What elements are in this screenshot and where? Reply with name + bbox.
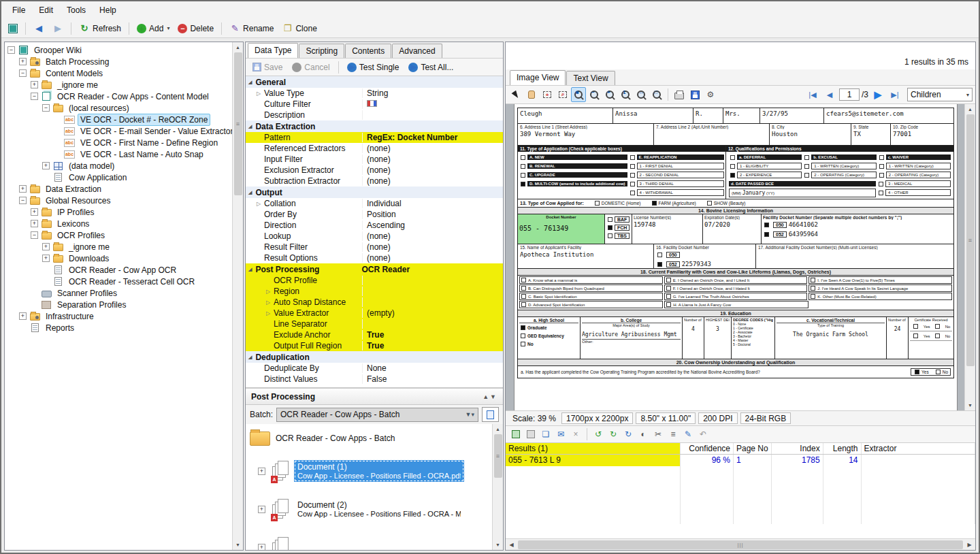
menu-tools[interactable]: Tools <box>60 3 93 18</box>
status-segment[interactable]: 8.50" x 11.00" <box>636 412 696 424</box>
scroll-right-icon[interactable]: ▶ <box>964 539 975 550</box>
form-option[interactable]: A. Know what a mammal is <box>519 276 663 284</box>
tree-item-ocr-profiles[interactable]: −OCR Profiles <box>5 229 232 241</box>
zoom-actual-button[interactable]: 1 <box>618 87 633 102</box>
form-option[interactable]: GED Equivalency <box>519 331 578 340</box>
property-value[interactable]: True <box>363 341 503 351</box>
results-header-length[interactable]: Length <box>823 443 862 454</box>
filter-icon[interactable]: ▼▾ <box>466 411 474 418</box>
checkbox[interactable] <box>608 233 612 238</box>
results-header-confidence[interactable]: Confidence <box>681 443 734 454</box>
certificate-received-row[interactable]: YesNo <box>910 331 952 341</box>
propgrid-section-data-extraction[interactable]: ◢Data Extraction <box>246 120 503 132</box>
annotate-button[interactable]: ✎ <box>681 427 695 441</box>
tree-item-cow-application[interactable]: Cow Application <box>5 172 232 183</box>
form-option[interactable]: J. I've Heard A Cow Speak In Its Secret … <box>808 284 952 292</box>
checkbox-checked[interactable] <box>608 225 612 230</box>
property-value[interactable]: True <box>363 330 503 340</box>
form-option[interactable]: 2 - OPERATING (Category) <box>811 172 876 178</box>
checkbox[interactable] <box>913 333 918 338</box>
checkbox-checked[interactable] <box>915 370 919 374</box>
propgrid-section-output[interactable]: ◢Output <box>246 186 503 198</box>
property-value[interactable]: (none) <box>363 231 503 241</box>
viewer-scrollbar[interactable]: ▲ ≡ ▼ <box>964 104 975 410</box>
checkbox[interactable] <box>666 286 671 291</box>
form-option[interactable]: No <box>519 340 578 348</box>
back-button[interactable]: ◀ <box>30 22 48 35</box>
checkbox[interactable] <box>879 164 884 169</box>
clone-button[interactable]: ❐Clone <box>278 22 320 35</box>
scroll-thumb[interactable]: ≡ <box>966 114 975 366</box>
tab-contents[interactable]: Contents <box>345 44 391 58</box>
checkbox[interactable] <box>935 324 940 329</box>
zoom-window-button[interactable]: ■ <box>571 87 586 102</box>
propgrid-row-referenced-extractors[interactable]: Referenced Extractors(none) <box>246 143 503 154</box>
checkbox-checked[interactable] <box>657 262 662 267</box>
send-button[interactable]: ✉ <box>554 427 568 441</box>
tree-item-ve-ocr-last-name-auto-snap[interactable]: VE OCR - Last Name - Auto Snap <box>5 148 232 160</box>
form-option[interactable]: 4 - WITHDRAWAL <box>637 189 724 196</box>
image-adjust-button[interactable] <box>509 427 523 441</box>
form-option[interactable]: C. Basic Spot Identification <box>519 293 663 300</box>
tree-item-ignore-me[interactable]: +_ignore me <box>5 241 232 252</box>
property-value[interactable]: Individual <box>363 199 503 208</box>
tree-item-reports[interactable]: Reports <box>5 322 232 333</box>
tree-expander-icon[interactable]: + <box>31 220 38 227</box>
checkbox[interactable] <box>936 370 941 374</box>
open-batch-button[interactable] <box>482 407 499 422</box>
scroll-down-icon[interactable]: ▼ <box>493 540 503 550</box>
form-option[interactable]: K. Other (Must Be Cow-Related) <box>808 293 952 300</box>
batch-scrollbar[interactable]: ▲ ≡ ▼ <box>492 424 503 550</box>
checkbox[interactable] <box>707 201 712 206</box>
scroll-up-icon[interactable]: ▲ <box>233 42 243 52</box>
property-value[interactable]: (none) <box>363 165 503 175</box>
tree-expander-icon[interactable]: − <box>19 197 27 204</box>
tree-item-separation-profiles[interactable]: Separation Profiles <box>5 299 232 310</box>
form-option[interactable]: SHOW (Beauty) <box>706 201 746 206</box>
batch-document-row[interactable]: +A <box>258 530 492 550</box>
scroll-up-icon[interactable]: ▲ <box>965 104 975 114</box>
tree-expander-icon[interactable]: + <box>42 162 50 169</box>
propgrid-row-culture-filter[interactable]: Culture Filter <box>246 99 503 110</box>
property-value[interactable]: (none) <box>363 242 503 252</box>
checkbox[interactable] <box>666 294 671 299</box>
checkbox[interactable] <box>730 155 735 160</box>
scroll-thumb[interactable]: ||| <box>518 540 963 549</box>
tree-item-ocr-reader-cow-apps-content-model[interactable]: −OCR Reader - Cow Apps - Content Model <box>5 91 232 102</box>
tree-item-ip-profiles[interactable]: +IP Profiles <box>5 206 232 218</box>
checkbox-checked[interactable] <box>764 232 769 237</box>
revert-button[interactable]: ↶ <box>696 427 710 441</box>
tree-item-data-extraction[interactable]: +Data Extraction <box>5 183 232 195</box>
crop-button[interactable]: ✂ <box>651 427 665 441</box>
section-collapse-icon[interactable]: ◢ <box>248 190 252 195</box>
certificate-received-row[interactable]: YesNo <box>910 322 952 331</box>
checkbox[interactable] <box>730 164 735 169</box>
form-option[interactable]: 1 - WRITTEN (Category) <box>811 163 876 169</box>
page-number-input[interactable]: 1 <box>839 88 860 101</box>
form-option[interactable]: E. I Owned an Ostrich Once, and I Liked … <box>664 276 808 284</box>
image-settings-button[interactable]: ⚙ <box>703 87 718 102</box>
checkbox[interactable] <box>521 333 525 338</box>
post-processing-panel-header[interactable]: Post Processing ▲▼ <box>246 388 503 405</box>
checkbox-checked[interactable] <box>521 182 525 186</box>
print-button[interactable] <box>672 87 687 102</box>
propgrid-row-line-separator[interactable]: Line Separator <box>246 319 503 329</box>
pan-tool-button[interactable] <box>524 87 539 102</box>
checkbox[interactable] <box>811 278 815 282</box>
checkbox[interactable] <box>666 278 671 282</box>
menu-help[interactable]: Help <box>93 3 123 18</box>
rename-button[interactable]: ✎Rename <box>226 22 277 35</box>
refresh-image-button[interactable]: ↻ <box>621 427 635 441</box>
batch-document-selected[interactable]: Document (1)Cow App - Licensee - Positio… <box>294 460 464 482</box>
next-page-button[interactable]: ▶ <box>870 87 885 102</box>
batch-root-item[interactable]: OCR Reader - Cow Apps - Batch <box>250 427 492 450</box>
section-collapse-icon[interactable]: ◢ <box>248 80 252 85</box>
status-segment[interactable]: 1700px x 2200px <box>561 412 633 424</box>
checkbox[interactable] <box>630 155 635 160</box>
tree-expander-icon[interactable]: − <box>7 46 15 54</box>
scope-dropdown[interactable]: Children▾ <box>907 88 973 101</box>
propgrid-row-deduplicate-by[interactable]: Deduplicate ByNone <box>246 363 503 374</box>
region-image-button[interactable] <box>524 427 538 441</box>
checkbox[interactable] <box>521 278 526 282</box>
tree-item-ocr-reader-tesseract-cell-ocr[interactable]: OCR Reader - Tesseract Cell OCR <box>5 276 232 287</box>
